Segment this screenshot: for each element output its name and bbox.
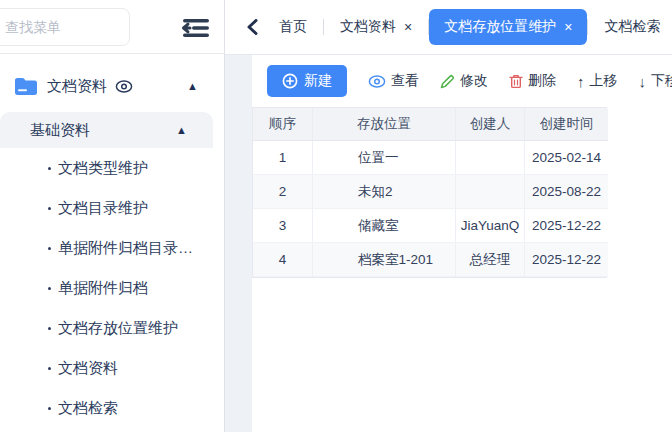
bullet-dot [48,327,51,330]
sidebar-group-label: 基础资料 [30,121,90,140]
triangle-up-icon[interactable]: ▲ [187,81,198,92]
delete-button-label: 删除 [528,72,556,90]
bullet-dot [48,367,51,370]
close-icon[interactable]: × [404,19,412,35]
sidebar-item-label: 文档资料 [58,359,118,378]
tab-item[interactable]: 首页 [263,18,323,36]
tab-list: 首页文档资料×文档存放位置维护×文档检索 [263,0,672,54]
table-cell[interactable]: 4 [253,243,313,277]
sidebar-root-label: 文档资料 [47,77,107,96]
bullet-dot [48,167,51,170]
chevron-left-icon[interactable] [241,16,263,38]
toolbar: 新建 查看 修改 [252,55,672,107]
sidebar-group-node[interactable]: 基础资料 ▲ [0,112,213,148]
table-cell[interactable]: 储藏室 [313,209,456,243]
column-header: 创建时间 [525,108,608,141]
sidebar-menu-item[interactable]: 文档存放位置维护 [0,308,224,348]
tab-label: 首页 [279,18,307,36]
table-cell[interactable] [456,141,525,175]
panel-gutter [225,55,252,432]
table-cell[interactable]: 2 [253,175,313,209]
table-cell[interactable]: 2025-12-22 [525,243,608,277]
table-cell[interactable] [456,175,525,209]
table-cell[interactable]: JiaYuanQ [456,209,525,243]
arrow-up-icon: ↑ [577,73,585,90]
view-button-label: 查看 [391,72,419,90]
eye-icon [368,75,386,88]
new-button[interactable]: 新建 [267,65,347,97]
arrow-down-icon: ↓ [639,73,647,90]
table-cell[interactable]: 档案室1-201 [313,243,456,277]
table-cell[interactable]: 位置一 [313,141,456,175]
sidebar-menu-list: 文档类型维护文档目录维护单据附件归档目录…单据附件归档文档存放位置维护文档资料文… [0,148,224,428]
table-cell[interactable]: 1 [253,141,313,175]
bullet-dot [48,287,51,290]
delete-button[interactable]: 删除 [509,72,556,90]
move-down-button-label: 下移 [651,72,672,90]
tab-bar: 首页文档资料×文档存放位置维护×文档检索 [225,0,672,55]
tab-item[interactable]: 文档检索 [588,18,672,36]
app-window: 文档资料 ▲ 基础资料 ▲ 文档类型维护文档目录维护单据附件归档目录…单据附件归… [0,0,672,432]
sidebar-menu-tree: 文档资料 ▲ 基础资料 ▲ 文档类型维护文档目录维护单据附件归档目录…单据附件归… [0,54,224,428]
table-cell[interactable]: 2025-08-22 [525,175,608,209]
sidebar-root-node[interactable]: 文档资料 ▲ [0,70,224,102]
column-header: 存放位置 [313,108,456,141]
sidebar-menu-item[interactable]: 文档资料 [0,348,224,388]
sidebar-menu-item[interactable]: 单据附件归档目录… [0,228,224,268]
edit-button[interactable]: 修改 [440,72,488,90]
table-cell[interactable]: 3 [253,209,313,243]
move-down-button[interactable]: ↓ 下移 [639,72,672,90]
sidebar-menu-item[interactable]: 文档检索 [0,388,224,428]
table-cell[interactable]: 未知2 [313,175,456,209]
new-button-label: 新建 [304,72,332,90]
move-up-button-label: 上移 [590,72,618,90]
sidebar-menu-item[interactable]: 文档类型维护 [0,148,224,188]
sidebar-menu-item[interactable]: 文档目录维护 [0,188,224,228]
sidebar-item-label: 单据附件归档目录… [58,239,193,258]
sidebar-menu-item[interactable]: 单据附件归档 [0,268,224,308]
table-cell[interactable]: 总经理 [456,243,525,277]
tab-item[interactable]: 文档存放位置维护× [429,9,587,45]
edit-button-label: 修改 [460,72,488,90]
view-button[interactable]: 查看 [368,72,419,90]
plus-circle-icon [282,73,298,89]
bullet-dot [48,207,51,210]
table-cell[interactable]: 2025-12-22 [525,209,608,243]
column-header: 创建人 [456,108,525,141]
table-cell[interactable]: 2025-02-14 [525,141,608,175]
tab-item[interactable]: 文档资料× [324,18,428,36]
trash-icon [509,74,523,89]
bullet-dot [48,407,51,410]
tab-label: 文档资料 [340,18,396,36]
tab-label: 文档存放位置维护 [444,18,556,36]
sidebar-header [0,0,224,54]
folder-icon [14,77,38,96]
sidebar-item-label: 单据附件归档 [58,279,148,298]
sidebar-item-label: 文档检索 [58,399,118,418]
sidebar: 文档资料 ▲ 基础资料 ▲ 文档类型维护文档目录维护单据附件归档目录…单据附件归… [0,0,225,432]
pencil-icon [440,74,455,89]
menu-fold-icon[interactable] [178,15,214,41]
records-table: 顺序存放位置创建人创建时间1位置一2025-02-142未知22025-08-2… [252,107,607,278]
tab-label: 文档检索 [604,18,660,36]
close-icon[interactable]: × [564,19,572,35]
triangle-up-icon[interactable]: ▲ [176,125,187,136]
sidebar-item-label: 文档存放位置维护 [58,319,178,338]
sidebar-item-label: 文档目录维护 [58,199,148,218]
bullet-dot [48,247,51,250]
visibility-eye-icon[interactable] [115,80,133,93]
search-input[interactable] [0,8,130,46]
column-header: 顺序 [253,108,313,141]
move-up-button[interactable]: ↑ 上移 [577,72,618,90]
sidebar-item-label: 文档类型维护 [58,159,148,178]
